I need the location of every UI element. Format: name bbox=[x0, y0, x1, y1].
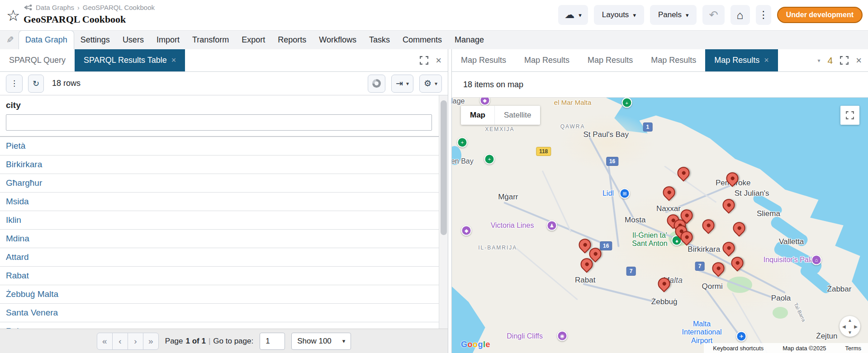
panel-tab[interactable]: Map Results × bbox=[705, 49, 778, 71]
map-pan-control[interactable]: ▲ ▼ ◀ ▶ bbox=[840, 316, 860, 337]
nav-tab[interactable]: Settings bbox=[74, 30, 116, 49]
google-map[interactable]: Villageel Mar MaltaQAWRAXEMXIJASt Paul's… bbox=[452, 97, 868, 353]
table-row[interactable]: Mdina bbox=[0, 230, 448, 248]
favorite-star-icon[interactable]: ☆ bbox=[6, 8, 20, 23]
home-button[interactable]: ⌂ bbox=[730, 5, 750, 25]
panel-tab[interactable]: Map Results bbox=[515, 49, 579, 71]
map-marker[interactable] bbox=[733, 222, 745, 234]
map-marker[interactable] bbox=[678, 167, 690, 179]
page-size-select[interactable]: Show 100 ▾ bbox=[291, 333, 351, 350]
nav-tab[interactable]: Export bbox=[235, 30, 271, 49]
poi-icon[interactable]: ♟ bbox=[547, 220, 557, 231]
pan-up-icon[interactable]: ▲ bbox=[848, 318, 852, 323]
map-marker[interactable] bbox=[680, 209, 693, 221]
panel-tab[interactable]: SPARQL Query bbox=[0, 49, 75, 71]
undo-button[interactable]: ↶ bbox=[702, 5, 724, 25]
map-fullscreen-button[interactable] bbox=[840, 106, 859, 125]
first-page-button[interactable]: « bbox=[97, 333, 113, 350]
map-view-button[interactable]: Map bbox=[461, 106, 494, 125]
road-badge: 7 bbox=[626, 267, 636, 276]
table-row[interactable]: Attard bbox=[0, 248, 448, 267]
close-panel-icon[interactable]: × bbox=[856, 56, 862, 66]
nav-tab[interactable]: Manage bbox=[448, 30, 490, 49]
more-menu-button[interactable]: ⋮ bbox=[756, 5, 771, 25]
google-logo[interactable]: Google bbox=[461, 340, 490, 349]
nav-tab[interactable]: Import bbox=[150, 30, 186, 49]
poi-icon[interactable]: ◆ bbox=[461, 225, 472, 235]
nav-tab[interactable]: Tasks bbox=[363, 30, 396, 49]
map-label: Paola bbox=[771, 294, 791, 303]
last-page-button[interactable]: » bbox=[143, 333, 159, 350]
map-marker[interactable] bbox=[663, 186, 675, 198]
panel-tab[interactable]: SPARQL Results Table × bbox=[75, 49, 185, 71]
panel-tab[interactable]: Map Results bbox=[452, 49, 515, 71]
nav-tab[interactable]: Users bbox=[116, 30, 150, 49]
close-tab-icon[interactable]: × bbox=[171, 56, 176, 65]
table-row[interactable]: Santa Venera bbox=[0, 304, 448, 322]
expand-panel-icon[interactable] bbox=[420, 56, 428, 65]
poi-icon[interactable]: ⌂ bbox=[811, 254, 821, 265]
scrollbar-thumb[interactable] bbox=[441, 100, 447, 235]
table-options-button[interactable]: ⋮ bbox=[6, 75, 23, 93]
table-row[interactable]: Għargħur bbox=[0, 174, 448, 193]
panels-button[interactable]: Panels ▾ bbox=[650, 5, 697, 25]
nav-tab[interactable]: Data Graph bbox=[19, 30, 74, 49]
map-marker[interactable] bbox=[581, 258, 593, 270]
panel-tab[interactable]: Map Results bbox=[579, 49, 642, 71]
goto-page-input[interactable] bbox=[260, 333, 285, 350]
table-row[interactable]: Birkirkara bbox=[0, 155, 448, 174]
table-row[interactable]: Rabat bbox=[0, 267, 448, 285]
poi-icon[interactable]: + bbox=[484, 154, 494, 164]
map-marker[interactable] bbox=[723, 199, 735, 211]
expand-panel-icon[interactable] bbox=[840, 56, 849, 65]
nav-tab[interactable]: Transform bbox=[186, 30, 235, 49]
close-panel-icon[interactable]: × bbox=[436, 56, 441, 66]
pan-right-icon[interactable]: ▶ bbox=[854, 324, 858, 329]
cloud-menu-button[interactable]: ☁ ▾ bbox=[558, 5, 588, 25]
table-row[interactable]: Pietà bbox=[0, 137, 448, 155]
panel-tab[interactable]: Map Results bbox=[642, 49, 705, 71]
satellite-view-button[interactable]: Satellite bbox=[494, 106, 540, 125]
poi-icon[interactable]: ◉ bbox=[557, 330, 568, 341]
table-row[interactable]: Rabat bbox=[0, 322, 448, 329]
map-marker[interactable] bbox=[731, 257, 743, 269]
pagination-buttons: « ‹ › » bbox=[97, 333, 159, 350]
keyboard-shortcuts-link[interactable]: Keyboard shortcuts bbox=[713, 345, 764, 352]
poi-icon[interactable]: ⊞ bbox=[620, 188, 630, 198]
prev-page-button[interactable]: ‹ bbox=[112, 333, 128, 350]
breadcrumb-page[interactable]: GeoSPARQL Cookbook bbox=[83, 4, 155, 11]
pan-left-icon[interactable]: ◀ bbox=[842, 324, 846, 329]
map-label: St Julian's bbox=[735, 189, 769, 198]
close-tab-icon[interactable]: × bbox=[764, 56, 769, 65]
map-marker[interactable] bbox=[658, 278, 670, 290]
next-page-button[interactable]: › bbox=[128, 333, 143, 350]
terms-link[interactable]: Terms bbox=[845, 345, 861, 352]
table-row[interactable]: Msida bbox=[0, 193, 448, 211]
table-row[interactable]: Iklin bbox=[0, 211, 448, 230]
poi-icon[interactable]: + bbox=[621, 98, 632, 108]
map-marker[interactable] bbox=[712, 262, 724, 274]
edit-pencil-icon[interactable]: ✎ bbox=[6, 34, 14, 45]
chart-view-button[interactable] bbox=[368, 75, 385, 93]
map-marker[interactable] bbox=[722, 242, 735, 254]
export-button[interactable]: ⇥ ▾ bbox=[391, 75, 413, 93]
collapse-tabs-icon[interactable]: ▾ bbox=[817, 57, 820, 64]
nav-tab[interactable]: Comments bbox=[396, 30, 448, 49]
city-filter-input[interactable] bbox=[6, 114, 432, 131]
pan-down-icon[interactable]: ▼ bbox=[848, 330, 852, 335]
nav-tab[interactable]: Workflows bbox=[313, 30, 363, 49]
map-marker[interactable] bbox=[680, 231, 693, 243]
column-header-city[interactable]: city bbox=[6, 100, 442, 110]
layouts-button[interactable]: Layouts ▾ bbox=[594, 5, 644, 25]
poi-icon[interactable]: ◆ bbox=[479, 97, 490, 105]
poi-icon[interactable]: + bbox=[457, 137, 468, 147]
map-marker[interactable] bbox=[702, 220, 715, 232]
nav-tab[interactable]: Reports bbox=[271, 30, 313, 49]
settings-button[interactable]: ⚙ ▾ bbox=[419, 75, 442, 93]
map-marker[interactable] bbox=[726, 173, 738, 185]
refresh-button[interactable]: ↻ bbox=[28, 75, 44, 93]
poi-icon[interactable]: ✈ bbox=[736, 331, 747, 342]
breadcrumb-section[interactable]: Data Graphs bbox=[36, 4, 74, 11]
google-logo-letter: g bbox=[478, 340, 484, 349]
table-row[interactable]: Żebbuġ Malta bbox=[0, 285, 448, 304]
